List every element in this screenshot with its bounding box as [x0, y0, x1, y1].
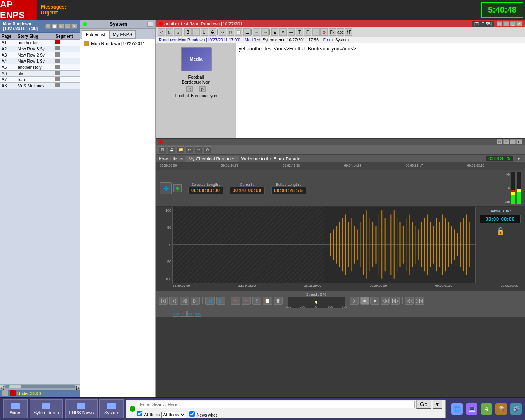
tb-up-btn[interactable]: ▲ — [271, 28, 278, 36]
folder-item-mon-rundown[interactable]: Mon Rundown [10/27/2011] — [82, 40, 154, 47]
tb-fx-btn[interactable]: Fx — [329, 28, 336, 36]
table-row[interactable]: A8 Mr & Mr Jones — [0, 83, 80, 89]
taskbar-wires-btn[interactable]: Wires — [3, 399, 28, 418]
tray-icon-2[interactable]: 💻 — [466, 403, 477, 415]
scroll-left-btn[interactable]: ◁ — [0, 385, 4, 389]
search-go-button[interactable]: Go — [416, 400, 431, 409]
transport-btn-mark-out[interactable]: |▷ — [216, 297, 225, 305]
breadcrumb-rundown-link[interactable]: Rundown: — [159, 38, 177, 42]
tb-T2-btn[interactable]: †T — [345, 28, 352, 36]
zoom-icon[interactable]: ⊕ — [173, 184, 182, 192]
pb-next-btn[interactable]: ▷▷| — [415, 297, 424, 305]
audio-win-btn2[interactable]: □ — [503, 139, 509, 144]
tb-home-btn[interactable]: ⌂ — [174, 28, 182, 36]
pb-play-btn[interactable]: ▷ — [350, 297, 359, 305]
transport-btn-delete[interactable]: 🗑 — [274, 297, 283, 305]
transport-btn-paste[interactable]: 📋 — [263, 297, 272, 305]
rundown-collapse-btn[interactable]: □ — [45, 24, 51, 29]
tb-H-btn[interactable]: H — [312, 28, 320, 36]
pb-rewind-btn[interactable]: ◁◁ — [381, 297, 390, 305]
taskbar-system-btn[interactable]: System — [99, 399, 124, 418]
taskbar-sytem-btn[interactable]: Sytem demo — [30, 399, 63, 418]
scroll-thumb[interactable] — [9, 385, 21, 388]
all-items-filter[interactable]: All Items All Items — [137, 411, 186, 418]
tb-circle-btn[interactable]: ⊗ — [320, 28, 328, 36]
text-editor-area[interactable]: yet another test <mos>Football Bordeaux … — [236, 43, 525, 138]
tray-icon-3[interactable]: 🖨 — [481, 403, 492, 415]
table-row[interactable]: A6 bla — [0, 71, 80, 77]
tb-abc-btn[interactable]: abc — [337, 28, 344, 36]
duration-expand-btn[interactable]: ▼ — [516, 156, 522, 162]
news-wires-filter[interactable]: News wires — [189, 411, 218, 418]
pan-cross-icon[interactable]: ✛ — [160, 182, 172, 194]
tb-strikethrough-btn[interactable]: S — [209, 28, 216, 36]
tab-my-enps[interactable]: My ENPS — [109, 30, 136, 39]
tb-F-btn[interactable]: F — [304, 28, 311, 36]
audio-tb-btn5[interactable]: ↪ — [195, 146, 202, 153]
pb-record-btn[interactable]: ● — [370, 297, 379, 305]
search-input[interactable] — [137, 401, 415, 408]
story-win-btn2[interactable]: □ — [503, 21, 509, 26]
all-items-checkbox[interactable] — [137, 411, 142, 416]
tb-redo-btn[interactable]: ↪ — [261, 28, 269, 36]
story-win-btn1[interactable]: □ — [497, 21, 502, 26]
audio-tb-btn4[interactable]: ↩ — [186, 146, 193, 153]
nav-arr-left[interactable]: ◁ — [180, 311, 187, 317]
nav-arr-right2[interactable]: ▷▷ — [195, 311, 201, 317]
tray-icon-5[interactable]: 🔊 — [510, 403, 522, 415]
audio-tb-btn3[interactable]: 📁 — [177, 146, 184, 153]
rundown-expand-btn[interactable]: ↔ — [58, 24, 64, 29]
audio-tb-btn6[interactable]: ⊙ — [204, 146, 211, 153]
taskbar-enps-btn[interactable]: ENPS News — [65, 399, 98, 418]
tb-underline-btn[interactable]: U — [201, 28, 208, 36]
tray-icon-1[interactable]: 🌐 — [451, 403, 463, 415]
table-row[interactable]: A7 Iran — [0, 77, 80, 83]
tb-italic-btn[interactable]: I — [192, 28, 200, 36]
tab-folder-list[interactable]: Folder list — [82, 30, 109, 39]
tb-down-btn[interactable]: ▼ — [279, 28, 287, 36]
left-scrollbar[interactable]: ◁ ▷ — [0, 384, 80, 390]
rundown-grid-btn[interactable]: ▦ — [52, 24, 57, 29]
tb-bullet-btn[interactable]: ☰ — [243, 28, 251, 36]
pb-ffwd-btn[interactable]: ▷▷ — [391, 297, 400, 305]
rundown-table-wrapper[interactable]: Page Story Slug Segment A1 another test … — [0, 33, 80, 384]
transport-btn-back[interactable]: ◁ — [169, 297, 178, 305]
tb-back-btn[interactable]: ◁ — [158, 28, 165, 36]
transport-btn-cut2[interactable]: ✂ — [242, 297, 251, 305]
speed-slider[interactable]: -200 -100 0 100 200 ▼ — [288, 297, 345, 309]
transport-btn-copy[interactable]: ⎘ — [252, 297, 261, 305]
transport-btn-back2[interactable]: ◁| — [180, 297, 189, 305]
story-close-btn[interactable]: ✕ — [516, 21, 522, 26]
audio-tb-btn2[interactable]: 💾 — [168, 146, 175, 153]
transport-btn-cut[interactable]: ✂ — [231, 297, 240, 305]
table-row[interactable]: A2 New Row 3 Sy — [0, 46, 80, 52]
story-min-btn[interactable]: _ — [510, 21, 516, 26]
audio-tb-btn1[interactable]: ⊞ — [159, 146, 166, 153]
audio-win-btn1[interactable]: □ — [497, 139, 502, 144]
audio-min-btn[interactable]: _ — [510, 139, 516, 144]
media-next-btn[interactable]: ▷ — [199, 86, 206, 92]
all-items-select[interactable]: All Items — [161, 412, 186, 418]
rundown-close-btn[interactable]: ✕ — [71, 24, 77, 29]
tb-undo-btn[interactable]: ↩ — [253, 28, 260, 36]
rundown-min-btn[interactable]: _ — [65, 24, 71, 29]
pb-stop-btn[interactable]: ■ — [360, 297, 369, 305]
tb-divider-btn[interactable]: — — [288, 28, 295, 36]
transport-btn-mark-in[interactable]: ◁| — [205, 297, 215, 305]
breadcrumb-rundown-value[interactable]: Mon Rundown [10/27/2011 17:00] — [178, 38, 240, 42]
table-row[interactable]: A4 New Row 1 Sy — [0, 58, 80, 64]
tb-T-btn[interactable]: T — [296, 28, 303, 36]
audio-close-btn[interactable]: ✕ — [516, 139, 522, 144]
media-prev-btn[interactable]: ◁ — [186, 86, 193, 92]
tb-cut-btn[interactable]: ✂ — [219, 28, 226, 36]
tb-bold-btn[interactable]: B — [184, 28, 192, 36]
transport-btn-fwd[interactable]: |▷ — [191, 297, 200, 305]
waveform-display[interactable] — [173, 207, 475, 283]
tray-icon-4[interactable]: 📦 — [495, 403, 507, 415]
transport-btn-start[interactable]: |◁ — [159, 297, 168, 305]
table-row[interactable]: A3 New Row 2 Sy — [0, 52, 80, 58]
news-wires-checkbox[interactable] — [189, 411, 195, 417]
tb-forward-btn[interactable]: ▷ — [166, 28, 173, 36]
table-row[interactable]: A1 another test — [0, 40, 80, 46]
tb-copy-btn[interactable]: ⎘ — [227, 28, 234, 36]
